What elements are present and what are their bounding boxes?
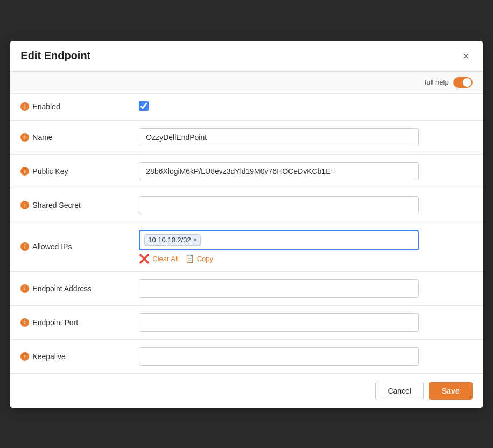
public-key-info-icon[interactable]: i bbox=[20, 167, 29, 176]
name-label: Name bbox=[32, 133, 52, 142]
public-key-label-group: i Public Key bbox=[20, 167, 117, 176]
field-row-keepalive: i Keepalive bbox=[10, 339, 483, 373]
clear-all-button[interactable]: ❌ Clear All bbox=[139, 254, 178, 264]
save-button[interactable]: Save bbox=[429, 382, 473, 400]
public-key-label: Public Key bbox=[32, 167, 68, 176]
field-row-enabled: i Enabled bbox=[10, 94, 483, 121]
full-help-toggle[interactable] bbox=[453, 77, 473, 88]
tag-value: 10.10.10.2/32 bbox=[148, 236, 191, 244]
copy-button[interactable]: 📋 Copy bbox=[185, 254, 213, 263]
enabled-checkbox[interactable] bbox=[139, 101, 149, 111]
cancel-button[interactable]: Cancel bbox=[375, 382, 424, 400]
public-key-input[interactable] bbox=[139, 162, 419, 180]
keepalive-input[interactable] bbox=[139, 347, 419, 366]
modal-title: Edit Endpoint bbox=[20, 50, 90, 62]
allowed-ips-info-icon[interactable]: i bbox=[20, 242, 29, 251]
field-row-shared-secret: i Shared Secret bbox=[10, 188, 483, 222]
modal-header: Edit Endpoint × bbox=[10, 41, 483, 72]
shared-secret-input[interactable] bbox=[139, 196, 419, 214]
copy-icon: 📋 bbox=[185, 254, 194, 263]
form-table: i Enabled i Name bbox=[10, 94, 483, 374]
keepalive-label-group: i Keepalive bbox=[20, 352, 117, 361]
field-row-allowed-ips: i Allowed IPs 10.10.10.2/32 × bbox=[10, 222, 483, 271]
shared-secret-info-icon[interactable]: i bbox=[20, 201, 29, 209]
endpoint-address-input[interactable] bbox=[139, 279, 419, 298]
endpoint-address-label-group: i Endpoint Address bbox=[20, 284, 117, 293]
full-help-label: full help bbox=[425, 78, 449, 86]
modal-footer: Cancel Save bbox=[10, 374, 483, 408]
allowed-ips-tags-input[interactable]: 10.10.10.2/32 × bbox=[139, 230, 419, 250]
enabled-label: Enabled bbox=[32, 102, 60, 111]
allowed-ips-label: Allowed IPs bbox=[32, 242, 72, 251]
shared-secret-label-group: i Shared Secret bbox=[20, 201, 117, 209]
endpoint-port-label: Endpoint Port bbox=[32, 318, 78, 327]
tags-actions: ❌ Clear All 📋 Copy bbox=[139, 254, 472, 264]
modal-body: full help i Enabled bbox=[10, 72, 483, 374]
endpoint-port-input[interactable] bbox=[139, 313, 419, 332]
endpoint-address-label: Endpoint Address bbox=[32, 284, 91, 293]
name-label-group: i Name bbox=[20, 133, 117, 142]
clear-all-icon: ❌ bbox=[139, 254, 150, 264]
tag-item: 10.10.10.2/32 × bbox=[144, 234, 201, 246]
allowed-ips-label-group: i Allowed IPs bbox=[20, 242, 117, 251]
enabled-label-group: i Enabled bbox=[20, 102, 117, 111]
field-row-name: i Name bbox=[10, 120, 483, 154]
keepalive-info-icon[interactable]: i bbox=[20, 352, 29, 361]
close-button[interactable]: × bbox=[460, 50, 473, 62]
endpoint-address-info-icon[interactable]: i bbox=[20, 284, 29, 293]
shared-secret-label: Shared Secret bbox=[32, 201, 81, 209]
keepalive-label: Keepalive bbox=[32, 352, 66, 361]
name-input[interactable] bbox=[139, 128, 419, 146]
modal-overlay: Edit Endpoint × full help i Enab bbox=[0, 0, 493, 448]
name-info-icon[interactable]: i bbox=[20, 133, 29, 142]
help-bar: full help bbox=[10, 72, 483, 94]
field-row-public-key: i Public Key bbox=[10, 154, 483, 188]
clear-all-label: Clear All bbox=[152, 255, 178, 263]
field-row-endpoint-port: i Endpoint Port bbox=[10, 305, 483, 339]
enabled-info-icon[interactable]: i bbox=[20, 102, 29, 111]
endpoint-port-info-icon[interactable]: i bbox=[20, 318, 29, 327]
endpoint-port-label-group: i Endpoint Port bbox=[20, 318, 117, 327]
copy-label: Copy bbox=[197, 255, 213, 263]
edit-endpoint-modal: Edit Endpoint × full help i Enab bbox=[10, 41, 483, 408]
field-row-endpoint-address: i Endpoint Address bbox=[10, 271, 483, 305]
tag-remove-button[interactable]: × bbox=[193, 237, 197, 243]
